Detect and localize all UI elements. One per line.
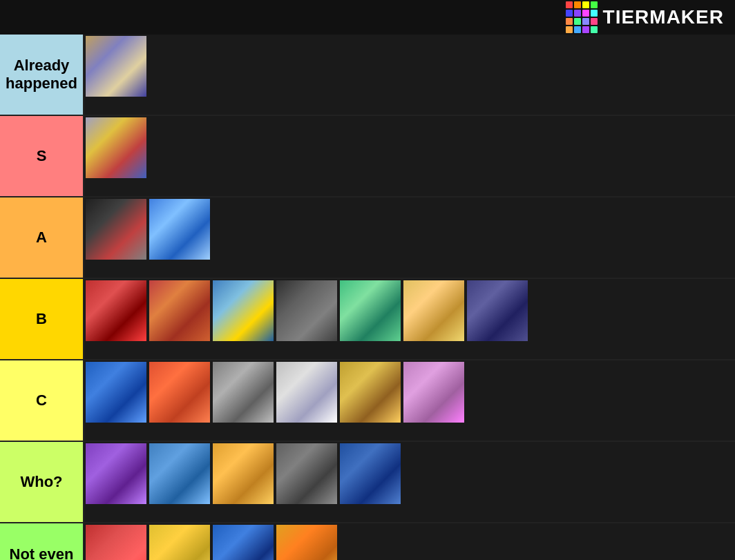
logo-cell <box>566 1 573 8</box>
logo-cell <box>582 18 589 25</box>
gundam-gray-image <box>276 443 337 504</box>
mech-gold-image <box>340 362 401 423</box>
logo-cell <box>566 26 573 33</box>
gundam-blue2-image <box>340 443 401 504</box>
tiermaker-logo: TiERMAKER <box>566 1 724 33</box>
tier-item-megaman-blue[interactable] <box>86 362 146 423</box>
logo-grid-icon <box>566 1 598 33</box>
tier-label-s: S <box>0 116 83 196</box>
logo-cell <box>582 10 589 17</box>
twilight-image <box>403 362 464 423</box>
logo-cell <box>591 10 598 17</box>
tier-item-gundam-gray[interactable] <box>276 443 337 504</box>
tier-item-purple-mask[interactable] <box>86 443 146 504</box>
samus-image <box>149 362 210 423</box>
yellow-truck-image <box>149 525 210 560</box>
tier-item-yellow-truck[interactable] <box>149 525 210 560</box>
tier-item-mazinger[interactable] <box>86 280 146 341</box>
logo-cell <box>574 18 581 25</box>
explosion-image <box>276 525 337 560</box>
mazinger-image <box>86 280 146 341</box>
tier-label-c: C <box>0 360 83 441</box>
gundam-white-image <box>276 362 337 423</box>
logo-cell <box>591 26 598 33</box>
tier-label-not: Not even unironically <box>0 523 83 560</box>
alien-green-image <box>340 280 401 341</box>
tier-item-gundam-gold[interactable] <box>213 443 274 504</box>
logo-cell <box>574 26 581 33</box>
tier-item-transformers[interactable] <box>86 117 146 178</box>
tier-item-lightning[interactable] <box>86 525 146 560</box>
tier-label-who: Who? <box>0 442 83 522</box>
tier-row-a: A <box>0 197 735 279</box>
tier-item-iron-giant[interactable] <box>213 362 274 423</box>
gundam-gold-image <box>213 443 274 504</box>
tier-row-already: Already happened <box>0 35 735 116</box>
megaman-blue-image <box>86 362 146 423</box>
tier-item-gundam-dark[interactable] <box>86 199 146 260</box>
tier-row-s: S <box>0 116 735 197</box>
superman-image <box>467 280 528 341</box>
logo-cell <box>591 1 598 8</box>
tier-item-thomas[interactable] <box>213 525 274 560</box>
tier-item-samus[interactable] <box>149 362 210 423</box>
heman-image <box>403 280 464 341</box>
tier-item-explosion[interactable] <box>276 525 337 560</box>
gundam-blue-image <box>149 443 210 504</box>
tier-label-b: B <box>0 279 83 359</box>
tier-row-c: C <box>0 360 735 442</box>
tier-item-twilight[interactable] <box>403 362 464 423</box>
tier-items-a <box>83 197 735 278</box>
tier-items-b <box>83 279 735 359</box>
gundam-rg-image <box>86 36 146 97</box>
tier-item-gundam-white[interactable] <box>276 362 337 423</box>
tier-row-who: Who? <box>0 442 735 523</box>
car-number-image <box>213 280 274 341</box>
megaman-x-image <box>149 199 210 260</box>
tier-item-superman[interactable] <box>467 280 528 341</box>
logo-cell <box>574 10 581 17</box>
tier-items-not <box>83 523 735 560</box>
logo-cell <box>566 10 573 17</box>
thomas-image <box>213 525 274 560</box>
logo-cell <box>582 1 589 8</box>
tier-item-car-number[interactable] <box>213 280 274 341</box>
ironman-image <box>149 280 210 341</box>
gundam-dark-image <box>86 199 146 260</box>
iron-giant-image <box>213 362 274 423</box>
tier-item-gundam-blue2[interactable] <box>340 443 401 504</box>
tier-label-already: Already happened <box>0 35 83 115</box>
tier-container: Already happenedSABCWho?Not even unironi… <box>0 35 735 560</box>
mech-dark-image <box>276 280 337 341</box>
tier-item-mech-gold[interactable] <box>340 362 401 423</box>
tier-items-who <box>83 442 735 522</box>
logo-cell <box>591 18 598 25</box>
tiermaker-logo-text: TiERMAKER <box>603 6 724 28</box>
tier-items-c <box>83 360 735 441</box>
transformers-image <box>86 117 146 178</box>
logo-cell <box>574 1 581 8</box>
tier-label-a: A <box>0 197 83 278</box>
logo-cell <box>566 18 573 25</box>
purple-mask-image <box>86 443 146 504</box>
tier-item-mech-dark[interactable] <box>276 280 337 341</box>
tier-item-alien-green[interactable] <box>340 280 401 341</box>
tier-row-not: Not even unironically <box>0 523 735 560</box>
tier-item-gundam-rg[interactable] <box>86 36 146 97</box>
tier-item-megaman-x[interactable] <box>149 199 210 260</box>
tier-item-heman[interactable] <box>403 280 464 341</box>
tier-item-ironman[interactable] <box>149 280 210 341</box>
logo-cell <box>582 26 589 33</box>
lightning-image <box>86 525 146 560</box>
tier-items-s <box>83 116 735 196</box>
tier-items-already <box>83 35 735 115</box>
header: TiERMAKER <box>0 0 735 35</box>
tier-row-b: B <box>0 279 735 360</box>
tier-item-gundam-blue[interactable] <box>149 443 210 504</box>
